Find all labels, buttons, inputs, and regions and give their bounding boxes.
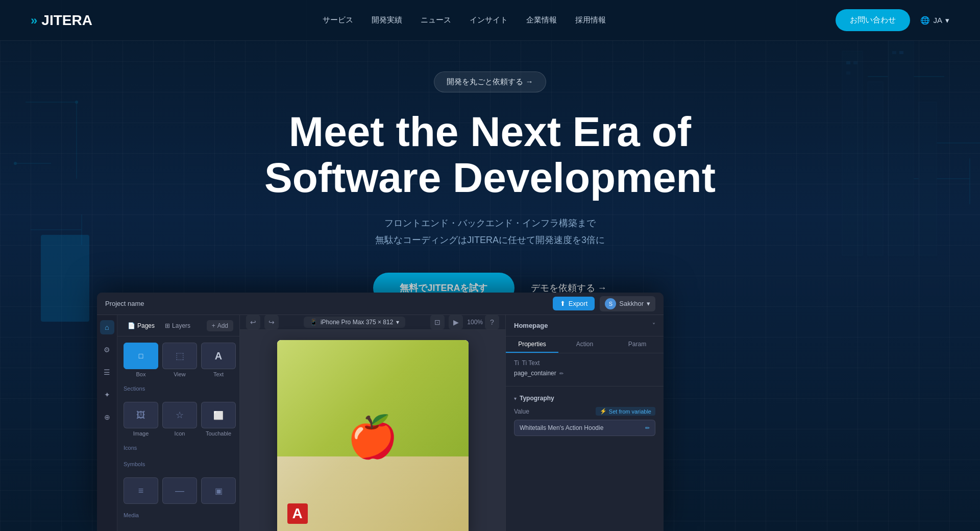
contact-button[interactable]: お問い合わせ [836, 9, 910, 31]
value-row: Value ⚡ Set from variable [514, 407, 655, 416]
sidebar-layers-icon[interactable]: ☰ [100, 365, 114, 379]
text-label: Text [213, 371, 224, 377]
chevron-down-icon: ▾ [647, 300, 650, 307]
tab-layers[interactable]: ⊞ Layers [161, 320, 194, 331]
icon-sidebar: ⌂ ⚙ ☰ ✦ ⊕ [97, 315, 117, 531]
component-icon[interactable]: ☆ Icon [162, 402, 197, 437]
sidebar-settings-icon[interactable]: ⚙ [100, 343, 114, 357]
right-panel-header: Homepage ˅ [506, 315, 664, 336]
editor-body: ⌂ ⚙ ☰ ✦ ⊕ 📄 Pages ⊞ Layers + Add [97, 315, 664, 531]
plus-icon: + [212, 322, 215, 329]
canvas-toolbar-left: ↩ ↪ [246, 315, 279, 329]
zoom-control: 100% ? [467, 315, 499, 329]
components-grid: □ Box ⬚ View A Text [117, 336, 239, 526]
play-icon[interactable]: ▶ [449, 315, 463, 329]
component-row-2: 🖼 Image ☆ Icon ⬜ Touchable [124, 402, 233, 437]
layers-icon: ⊞ [165, 322, 170, 329]
zoom-value: 100% [467, 319, 483, 326]
sidebar-connect-icon[interactable]: ⊕ [100, 410, 114, 424]
icon-thumb: ☆ [162, 402, 197, 428]
hero-subtitle-line2: 無駄なコーディングはJITERAに任せて開発速度を3倍に [375, 235, 605, 245]
logo-text: JITERA [41, 12, 92, 29]
typography-text-input[interactable]: Whitetails Men's Action Hoodie ✏ [514, 420, 655, 436]
component-touchable[interactable]: ⬜ Touchable [201, 402, 236, 437]
nav-item-services[interactable]: サービス [323, 15, 353, 25]
component-view[interactable]: ⬚ View [162, 343, 197, 377]
undo-button[interactable]: ↩ [246, 315, 260, 329]
sidebar-home-icon[interactable]: ⌂ [100, 320, 114, 334]
value-label: Value [514, 408, 529, 415]
field-type-label: Ti Text [522, 359, 540, 367]
typography-header: ▾ Typography [514, 395, 655, 402]
hero-subtitle: フロントエンド・バックエンド・インフラ構築まで 無駄なコーディングはJITERA… [0, 215, 980, 248]
device-selector[interactable]: 📱 iPhone Pro Max 375 × 812 ▾ [304, 317, 405, 328]
tab-pages[interactable]: 📄 Pages [124, 320, 159, 331]
user-menu[interactable]: S Sakkhor ▾ [600, 296, 655, 311]
nav-item-company[interactable]: 企業情報 [526, 15, 557, 25]
nav-item-works[interactable]: 開発実績 [372, 15, 402, 25]
icons-label: Icons [124, 445, 233, 453]
type-field: Ti Ti Text [514, 359, 655, 367]
lang-text: JA [933, 16, 942, 25]
component-box[interactable]: □ Box [124, 343, 158, 377]
tab-properties[interactable]: Properties [506, 336, 558, 353]
symbols-label: Symbols [124, 461, 233, 469]
set-from-variable-button[interactable]: ⚡ Set from variable [596, 407, 655, 416]
image-thumb: 🖼 [124, 402, 158, 428]
nav-menu: サービス 開発実績 ニュース インサイト 企業情報 採用情報 [323, 15, 606, 25]
language-selector[interactable]: 🌐 JA ▾ [920, 16, 949, 25]
redo-button[interactable]: ↪ [264, 315, 279, 329]
component-container[interactable]: ▣ [201, 477, 236, 504]
device-name: iPhone Pro Max 375 × 812 [321, 319, 393, 326]
topbar-right: ⬆ Export S Sakkhor ▾ [553, 296, 655, 311]
image-label: Image [133, 430, 149, 437]
view-label: View [174, 371, 186, 377]
device-icon: 📱 [310, 319, 317, 326]
tab-param[interactable]: Param [611, 336, 664, 353]
value-field: page_container ✏ [514, 370, 655, 377]
component-image[interactable]: 🖼 Image [124, 402, 158, 437]
homepage-label: Homepage [514, 322, 548, 329]
component-list[interactable]: ≡ [124, 477, 158, 504]
logo-chevrons: » [31, 13, 37, 28]
sections-label: Sections [124, 385, 233, 394]
sidebar-code-icon[interactable]: ✦ [100, 388, 114, 402]
component-row-3: ≡ — ▣ [124, 477, 233, 504]
hero-title: Meet the Next Era of Software Developmen… [0, 109, 980, 201]
right-panel: Homepage ˅ Properties Action Param Ti Ti… [505, 315, 664, 531]
export-icon: ⬆ [560, 300, 566, 307]
icon-label: Icon [175, 430, 185, 437]
view-thumb: ⬚ [162, 343, 197, 369]
nav-item-insights[interactable]: インサイト [470, 15, 508, 25]
input-pencil-icon: ✏ [645, 425, 650, 431]
typography-title: Typography [520, 395, 554, 402]
nav-item-careers[interactable]: 採用情報 [575, 15, 606, 25]
fit-icon[interactable]: ⊡ [430, 315, 445, 329]
typography-arrow[interactable]: ▾ [514, 396, 517, 401]
project-name[interactable]: Project name [105, 300, 144, 307]
chevron-down-icon: ▾ [945, 16, 949, 25]
tab-action[interactable]: Action [558, 336, 611, 353]
panel-collapse-icon[interactable]: ˅ [652, 322, 655, 329]
device-chevron: ▾ [396, 319, 399, 326]
editor-topbar: Project name ⬆ Export S Sakkhor ▾ [97, 293, 664, 315]
nav-item-news[interactable]: ニュース [421, 15, 451, 25]
navbar: » JITERA サービス 開発実績 ニュース インサイト 企業情報 採用情報 … [0, 0, 980, 41]
zoom-question[interactable]: ? [485, 315, 499, 329]
container-thumb: ▣ [201, 477, 236, 504]
edit-icon[interactable]: ✏ [559, 371, 564, 376]
hero-subtitle-line1: フロントエンド・バックエンド・インフラ構築まで [384, 218, 596, 228]
touchable-label: Touchable [206, 430, 231, 437]
tab-add[interactable]: + Add [207, 320, 233, 331]
right-panel-tabs: Properties Action Param [506, 336, 664, 353]
component-text[interactable]: A Text [201, 343, 236, 377]
user-name: Sakkhor [619, 300, 644, 307]
left-panel: 📄 Pages ⊞ Layers + Add □ [117, 315, 240, 531]
component-divider[interactable]: — [162, 477, 197, 504]
logo[interactable]: » JITERA [31, 12, 92, 29]
media-label: Media [124, 512, 233, 520]
export-button[interactable]: ⬆ Export [553, 297, 595, 310]
divider-thumb: — [162, 477, 197, 504]
canvas-toolbar-right: ⊡ ▶ 100% ? [430, 315, 499, 329]
hero-pill-cta[interactable]: 開発を丸ごと依頼する → [434, 71, 546, 92]
